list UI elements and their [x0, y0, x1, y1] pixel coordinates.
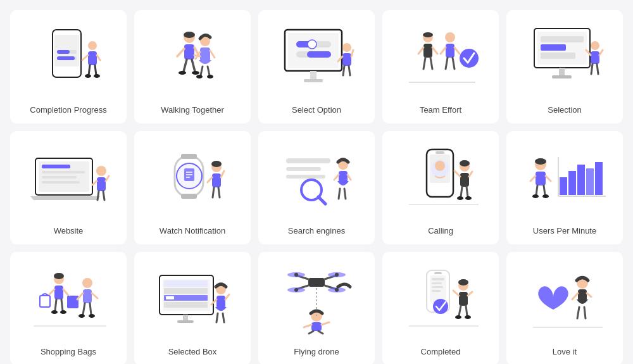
card-label-walking-together: Walking Together [161, 105, 224, 115]
card-completion-progress[interactable]: Completion Progress [10, 10, 127, 123]
svg-rect-205 [434, 272, 442, 274]
card-watch-notification[interactable]: Watch Notification [134, 131, 251, 244]
svg-line-73 [591, 64, 592, 74]
card-label-completion-progress: Completion Progress [30, 105, 106, 115]
illustration-calling [396, 141, 485, 217]
svg-line-27 [201, 66, 203, 75]
svg-point-12 [85, 74, 91, 78]
illustration-website [24, 141, 113, 217]
svg-point-150 [51, 310, 58, 314]
svg-rect-102 [286, 158, 330, 163]
svg-rect-208 [459, 292, 468, 306]
svg-rect-201 [432, 278, 444, 280]
svg-rect-103 [286, 167, 321, 171]
svg-line-85 [97, 191, 99, 200]
svg-point-60 [460, 49, 479, 68]
svg-point-22 [184, 32, 195, 38]
svg-line-31 [194, 55, 200, 56]
svg-line-112 [344, 189, 346, 199]
card-label-users-per-minute: Users Per Minute [533, 226, 596, 235]
card-walking-together[interactable]: Walking Together [134, 10, 251, 123]
svg-point-126 [460, 160, 470, 166]
svg-rect-88 [181, 154, 197, 159]
card-select-option[interactable]: Select Option [258, 10, 375, 123]
card-label-watch-notification: Watch Notification [160, 226, 225, 235]
svg-rect-3 [57, 50, 70, 54]
svg-point-161 [78, 314, 85, 318]
svg-rect-68 [552, 75, 572, 78]
card-label-team-effort: Team Effort [420, 105, 461, 115]
svg-rect-70 [591, 51, 599, 64]
svg-rect-117 [436, 151, 444, 154]
svg-line-212 [466, 306, 467, 316]
svg-line-209 [453, 291, 459, 296]
svg-point-188 [294, 273, 298, 277]
card-love-it[interactable]: Love it [506, 252, 623, 364]
svg-rect-38 [307, 51, 331, 58]
svg-rect-203 [432, 286, 443, 288]
illustration-watch-notification [148, 141, 237, 217]
svg-point-69 [591, 41, 599, 50]
illustration-selection [520, 20, 609, 96]
svg-point-41 [342, 43, 351, 52]
card-shopping-bags[interactable]: Shopping Bags [10, 252, 127, 364]
card-search-engines[interactable]: Search engines [258, 131, 375, 244]
svg-rect-154 [67, 296, 78, 308]
card-flying-drone[interactable]: Flying drone [258, 252, 375, 364]
card-selection[interactable]: Selection [506, 10, 623, 123]
card-label-select-option: Select Option [292, 105, 341, 115]
card-users-per-minute[interactable]: Users Per Minute [506, 131, 623, 244]
svg-line-26 [210, 51, 215, 58]
svg-line-58 [446, 58, 448, 69]
svg-line-83 [92, 181, 97, 185]
svg-rect-80 [42, 181, 80, 184]
svg-line-106 [318, 197, 325, 204]
svg-line-194 [304, 325, 311, 327]
svg-point-214 [465, 315, 471, 319]
svg-point-29 [196, 75, 203, 78]
svg-rect-136 [536, 172, 546, 185]
card-team-effort[interactable]: Team Effort [382, 10, 499, 123]
card-label-shopping-bags: Shopping Bags [41, 347, 96, 356]
svg-rect-130 [577, 165, 585, 195]
svg-point-190 [294, 288, 298, 292]
svg-point-116 [435, 161, 445, 171]
svg-line-44 [351, 50, 353, 56]
svg-line-59 [453, 58, 454, 69]
svg-rect-7 [88, 51, 97, 65]
svg-point-53 [423, 32, 433, 37]
card-calling[interactable]: Calling [382, 131, 499, 244]
svg-line-109 [334, 175, 339, 180]
svg-point-36 [308, 40, 316, 49]
svg-line-49 [418, 47, 423, 54]
card-completed[interactable]: Completed [382, 252, 499, 364]
svg-rect-128 [560, 177, 567, 195]
svg-line-139 [536, 185, 537, 195]
svg-point-155 [82, 278, 92, 288]
svg-rect-166 [164, 280, 208, 287]
illustration-walking-together [148, 20, 237, 96]
card-selected-box[interactable]: Selected Box [134, 252, 251, 364]
svg-line-220 [587, 293, 591, 297]
svg-point-6 [88, 41, 97, 50]
illustration-selected-box [148, 262, 237, 338]
svg-rect-167 [164, 288, 208, 294]
svg-line-11 [95, 65, 96, 75]
svg-rect-171 [183, 315, 188, 321]
illustration-love-it [520, 262, 609, 338]
svg-line-177 [216, 313, 218, 322]
svg-point-151 [60, 310, 66, 314]
svg-line-140 [544, 185, 545, 195]
card-website[interactable]: Website [10, 131, 127, 244]
card-label-flying-drone: Flying drone [294, 347, 339, 356]
svg-line-120 [454, 171, 460, 177]
svg-rect-5 [57, 56, 75, 60]
svg-line-28 [208, 66, 210, 75]
svg-rect-179 [308, 278, 325, 287]
svg-point-81 [96, 166, 106, 176]
svg-rect-77 [42, 165, 70, 168]
svg-rect-24 [200, 47, 210, 61]
svg-rect-64 [541, 36, 584, 42]
svg-point-20 [179, 71, 186, 75]
svg-line-99 [213, 187, 214, 198]
